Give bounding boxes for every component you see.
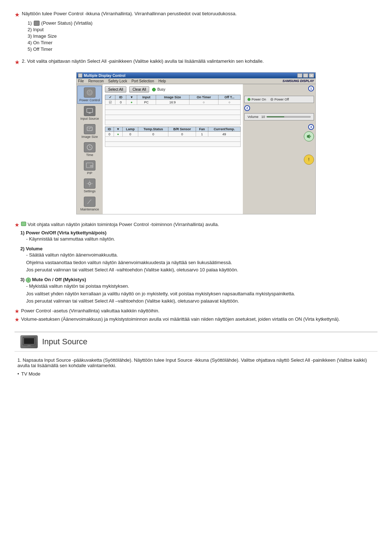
list-item-4: 4) On Timer <box>28 40 377 45</box>
menu-file[interactable]: File <box>78 79 84 83</box>
bottom-row-empty-2 <box>105 142 241 147</box>
bcell-fan: 1 <box>196 132 208 137</box>
menu-safety-lock[interactable]: Safety Lock <box>108 79 127 83</box>
input-source-header-icon <box>20 335 38 348</box>
power-on-button[interactable]: Power On <box>248 98 266 101</box>
section2-main-icon <box>21 222 26 226</box>
busy-indicator: Busy <box>152 87 165 91</box>
bottom-row-empty-1 <box>105 137 241 142</box>
menu-help[interactable]: Help <box>158 79 166 83</box>
s2-item-3: 3) ♪Mute On / Off (Mykistys) - Mykistää … <box>20 277 377 305</box>
power-off-label: Power Off <box>274 98 289 101</box>
list-item-5: 5) Off Timer <box>28 46 377 52</box>
sidebar-item-input-source[interactable]: Input Source <box>77 104 102 122</box>
s2-item-3-sub-1: - Mykistää valitun näytön tai poistaa my… <box>26 283 377 290</box>
maximize-button[interactable]: □ <box>303 73 308 78</box>
callout-2: 2 <box>244 105 250 111</box>
tv-mode-text: TV Mode <box>21 371 41 377</box>
sidebar-item-settings[interactable]: Settings <box>77 177 102 194</box>
s2-item-3-sub-3: Jos peruutat valinnan tai valitset Selec… <box>26 297 377 305</box>
bcol-id: ID <box>105 127 114 132</box>
minimize-button[interactable]: _ <box>297 73 302 78</box>
col-off-timer: Off T... <box>219 95 241 100</box>
bcol-lamp: Lamp <box>122 127 138 132</box>
power-on-label: Power On <box>252 98 266 101</box>
sidebar-item-time[interactable]: Time <box>77 141 102 158</box>
menu-remocon[interactable]: Remocon <box>88 79 104 83</box>
svg-rect-8 <box>24 338 34 344</box>
sidebar-item-image-size[interactable]: Image Size <box>77 123 102 140</box>
bcell-lamp: 0 <box>122 132 138 137</box>
main-area: Select All Clear All Busy ✓ ID ▼ In <box>103 84 243 214</box>
star-icon-5: ★ <box>15 316 19 323</box>
bcol-arrow: ▼ <box>114 127 122 132</box>
s2-item-2-title: 2) Volume <box>20 246 42 251</box>
app-window: Multiple Display Control _ □ × File Remo… <box>76 72 316 214</box>
select-all-button[interactable]: Select All <box>105 86 126 93</box>
power-off-dot <box>270 98 273 101</box>
sidebar-item-maintenance[interactable]: Maintenance <box>77 195 102 213</box>
image-size-icon <box>84 124 95 134</box>
col-image-size: Image Size <box>156 95 189 100</box>
s2-item-2-sub-1: - Säätää valitun näytön äänenvoimakkuutt… <box>26 251 377 259</box>
s2-item-3-title: 3) ♪Mute On / Off (Mykistys) <box>20 277 86 282</box>
cell-id: 0 <box>115 100 126 105</box>
sidebar-item-power-control[interactable]: Power Control <box>77 86 102 104</box>
s2-item-1-sub-1: - Käynnistää tai sammuttaa valitun näytö… <box>26 235 377 243</box>
col-id: ID <box>115 95 126 100</box>
star-icon-1: ★ <box>15 11 20 18</box>
intro-text: Näyttöön tulee Power Control -ikkuna (Vi… <box>22 11 237 16</box>
table-row-empty-4 <box>105 120 241 125</box>
power-control-icon <box>84 87 95 98</box>
bcell-dot: ● <box>114 132 122 137</box>
close-button[interactable]: × <box>309 73 314 78</box>
table-row-empty-2 <box>105 110 241 115</box>
time-icon <box>84 142 95 152</box>
cell-input: PC <box>137 100 156 105</box>
bcol-br-sensor: B/R Sensor <box>168 127 196 132</box>
volume-label: Volume <box>248 115 258 119</box>
input-source-header: Input Source <box>15 332 377 352</box>
bcol-temp-status: Temp.Status <box>138 127 168 132</box>
cell-check: ☑ <box>105 100 115 105</box>
menu-port-selection[interactable]: Port Selection <box>131 79 154 83</box>
window-title: Multiple Display Control <box>84 74 125 78</box>
table-row-empty-1 <box>105 105 241 110</box>
right-panel: 1 Power On Power Off 2 <box>243 84 315 214</box>
star-icon-4: ★ <box>15 308 19 315</box>
sidebar-label-input-source: Input Source <box>80 117 99 120</box>
samsung-logo: SAMSUNG DISPLAY <box>282 79 314 83</box>
clear-all-button[interactable]: Clear All <box>129 86 149 93</box>
bcell-id: 0 <box>105 132 114 137</box>
input-source-title: Input Source <box>42 337 87 346</box>
star-icon-3: ★ <box>15 222 19 228</box>
toolbar: Select All Clear All Busy <box>105 86 241 93</box>
col-arrow: ▼ <box>126 95 137 100</box>
s2-item-1: 1) Power On/Off (Virta kytkettynä/pois) … <box>20 230 377 243</box>
power-off-button[interactable]: Power Off <box>270 98 289 101</box>
cell-off: ○ <box>219 100 241 105</box>
power-on-dot <box>248 98 250 101</box>
settings-icon <box>84 178 95 189</box>
volume-slider[interactable] <box>266 116 311 118</box>
s2-item-3-sub-2: Jos valitset yhden näytön kerrallaan ja … <box>26 290 377 298</box>
sidebar-label-settings: Settings <box>84 189 96 193</box>
sidebar-item-pip[interactable]: PIP <box>77 159 102 176</box>
mute-button[interactable] <box>304 131 314 141</box>
volume-panel: Volume 10 <box>244 113 314 120</box>
bcol-fan: Fan <box>196 127 208 132</box>
busy-label: Busy <box>157 87 165 91</box>
window-controls[interactable]: _ □ × <box>297 73 314 78</box>
sidebar-label-power-control: Power Control <box>79 98 100 102</box>
point2-text: 2. Voit valita ohjattavan näytön Select … <box>22 58 264 64</box>
input-source-point-1: 1. Napsauta Input Source -pääkuvaketta (… <box>17 357 377 368</box>
app-icon <box>78 73 82 78</box>
window-body: Power Control Input Source Image Size Ti… <box>77 84 315 214</box>
bullet-dot: • <box>17 371 19 377</box>
list-item-2: 2) Input <box>28 27 377 32</box>
warning-button[interactable]: ! <box>304 155 314 165</box>
cell-dot: ● <box>126 100 137 105</box>
s2-item-1-title: 1) Power On/Off (Virta kytkettynä/pois) <box>20 230 106 235</box>
col-input: Input <box>137 95 156 100</box>
col-check: ✓ <box>105 95 115 100</box>
